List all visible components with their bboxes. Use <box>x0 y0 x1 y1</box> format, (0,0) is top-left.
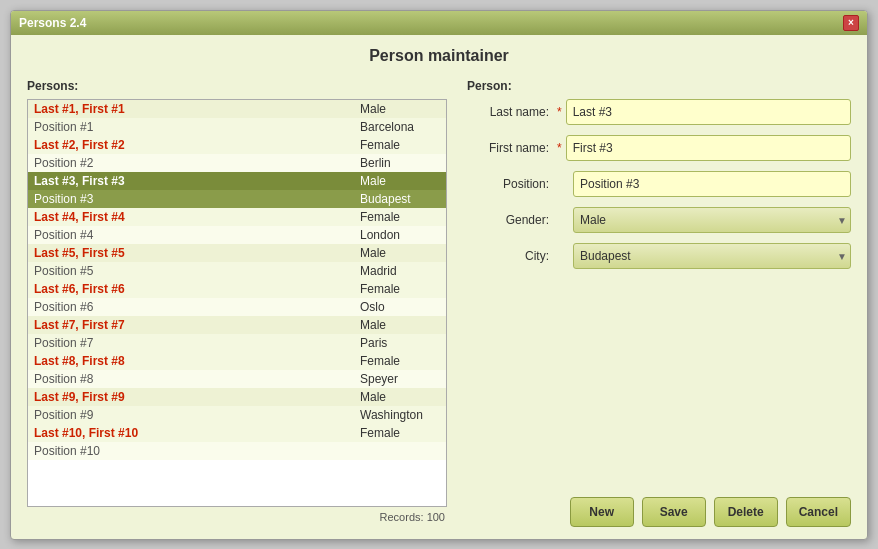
list-item[interactable]: Position #1Barcelona <box>28 118 446 136</box>
new-button[interactable]: New <box>570 497 634 527</box>
person-name: Last #2, First #2 <box>34 138 360 152</box>
gender-select[interactable]: MaleFemale <box>573 207 851 233</box>
person-city: Budapest <box>360 192 440 206</box>
first-name-row: First name: * <box>467 135 851 161</box>
city-select[interactable]: BarcelonaBerlinBudapestLondonMadridOsloP… <box>573 243 851 269</box>
main-window: Persons 2.4 × Person maintainer Persons:… <box>10 10 868 540</box>
person-position: Position #5 <box>34 264 360 278</box>
person-position: Position #9 <box>34 408 360 422</box>
person-gender: Female <box>360 138 440 152</box>
person-city: Oslo <box>360 300 440 314</box>
left-panel: Persons: Last #1, First #1MalePosition #… <box>27 79 447 527</box>
person-position: Position #6 <box>34 300 360 314</box>
list-item[interactable]: Last #4, First #4Female <box>28 208 446 226</box>
gender-select-wrapper: MaleFemale ▼ <box>573 207 851 233</box>
person-gender: Female <box>360 282 440 296</box>
person-city: Madrid <box>360 264 440 278</box>
form-section: Last name: * First name: * <box>467 99 851 487</box>
person-position: Position #1 <box>34 120 360 134</box>
person-city: Speyer <box>360 372 440 386</box>
records-count: Records: 100 <box>27 507 447 527</box>
first-name-input[interactable] <box>566 135 851 161</box>
last-name-required: * <box>557 105 562 119</box>
city-label-text: City: <box>525 249 549 263</box>
title-bar: Persons 2.4 × <box>11 11 867 35</box>
list-item[interactable]: Last #2, First #2Female <box>28 136 446 154</box>
list-item[interactable]: Position #4London <box>28 226 446 244</box>
person-gender: Male <box>360 174 440 188</box>
list-item[interactable]: Last #7, First #7Male <box>28 316 446 334</box>
person-name: Last #6, First #6 <box>34 282 360 296</box>
person-gender: Female <box>360 210 440 224</box>
first-name-label: First name: <box>467 141 557 155</box>
person-name: Last #10, First #10 <box>34 426 360 440</box>
right-panel: Person: Last name: * First name: * <box>467 79 851 527</box>
panels-container: Persons: Last #1, First #1MalePosition #… <box>27 79 851 527</box>
gender-row: Gender: MaleFemale ▼ <box>467 207 851 233</box>
list-item[interactable]: Position #8Speyer <box>28 370 446 388</box>
content-area: Person maintainer Persons: Last #1, Firs… <box>11 35 867 539</box>
list-item[interactable]: Position #2Berlin <box>28 154 446 172</box>
person-gender: Male <box>360 318 440 332</box>
position-label-text: Position: <box>503 177 549 191</box>
close-button[interactable]: × <box>843 15 859 31</box>
list-item[interactable]: Last #5, First #5Male <box>28 244 446 262</box>
list-item[interactable]: Last #8, First #8Female <box>28 352 446 370</box>
person-city: Barcelona <box>360 120 440 134</box>
person-city: Berlin <box>360 156 440 170</box>
person-gender: Female <box>360 426 440 440</box>
list-item[interactable]: Position #6Oslo <box>28 298 446 316</box>
list-item[interactable]: Position #5Madrid <box>28 262 446 280</box>
list-item[interactable]: Position #9Washington <box>28 406 446 424</box>
person-position: Position #2 <box>34 156 360 170</box>
person-name: Last #9, First #9 <box>34 390 360 404</box>
last-name-input[interactable] <box>566 99 851 125</box>
last-name-row: Last name: * <box>467 99 851 125</box>
save-button[interactable]: Save <box>642 497 706 527</box>
position-label: Position: <box>467 177 557 191</box>
person-gender: Male <box>360 246 440 260</box>
persons-label: Persons: <box>27 79 447 93</box>
list-item[interactable]: Position #7Paris <box>28 334 446 352</box>
buttons-row: New Save Delete Cancel <box>467 487 851 527</box>
person-gender: Male <box>360 390 440 404</box>
list-item[interactable]: Last #9, First #9Male <box>28 388 446 406</box>
person-position: Position #7 <box>34 336 360 350</box>
last-name-label-text: Last name: <box>490 105 549 119</box>
window-title: Persons 2.4 <box>19 16 86 30</box>
person-label: Person: <box>467 79 851 93</box>
list-item[interactable]: Last #10, First #10Female <box>28 424 446 442</box>
delete-button[interactable]: Delete <box>714 497 778 527</box>
person-position: Position #3 <box>34 192 360 206</box>
city-row: City: BarcelonaBerlinBudapestLondonMadri… <box>467 243 851 269</box>
city-select-wrapper: BarcelonaBerlinBudapestLondonMadridOsloP… <box>573 243 851 269</box>
city-label: City: <box>467 249 557 263</box>
person-name: Last #5, First #5 <box>34 246 360 260</box>
person-city: Paris <box>360 336 440 350</box>
last-name-label: Last name: <box>467 105 557 119</box>
person-gender: Male <box>360 102 440 116</box>
persons-list-scroll[interactable]: Last #1, First #1MalePosition #1Barcelon… <box>28 100 446 490</box>
person-gender: Female <box>360 354 440 368</box>
page-title: Person maintainer <box>27 47 851 65</box>
person-name: Last #1, First #1 <box>34 102 360 116</box>
list-item[interactable]: Last #3, First #3Male <box>28 172 446 190</box>
gender-label: Gender: <box>467 213 557 227</box>
first-name-label-text: First name: <box>489 141 549 155</box>
person-name: Last #4, First #4 <box>34 210 360 224</box>
list-item[interactable]: Last #6, First #6Female <box>28 280 446 298</box>
person-name: Last #7, First #7 <box>34 318 360 332</box>
gender-label-text: Gender: <box>506 213 549 227</box>
list-item[interactable]: Last #1, First #1Male <box>28 100 446 118</box>
position-input[interactable] <box>573 171 851 197</box>
person-city: Washington <box>360 408 440 422</box>
persons-list-container: Last #1, First #1MalePosition #1Barcelon… <box>27 99 447 507</box>
cancel-button[interactable]: Cancel <box>786 497 851 527</box>
person-name: Last #8, First #8 <box>34 354 360 368</box>
person-position: Position #10 <box>34 444 360 458</box>
list-item[interactable]: Position #3Budapest <box>28 190 446 208</box>
person-city: London <box>360 228 440 242</box>
person-name: Last #3, First #3 <box>34 174 360 188</box>
position-row: Position: <box>467 171 851 197</box>
list-item[interactable]: Position #10 <box>28 442 446 460</box>
